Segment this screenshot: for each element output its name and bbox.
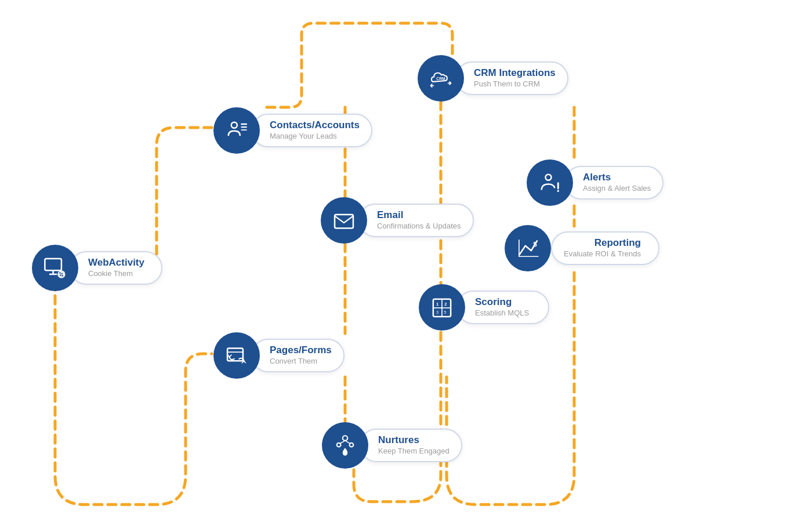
svg-text:$: $ [533,240,537,248]
svg-rect-16 [335,215,353,228]
scoring-label: Scoring Establish MQLS [456,291,549,324]
svg-point-31 [350,443,354,447]
svg-point-7 [61,275,63,277]
svg-text:CRM: CRM [436,77,445,81]
svg-text:1: 1 [436,302,438,307]
svg-point-29 [343,436,347,440]
pages-icon [213,332,260,379]
scoring-node: 1 2 3 5 Scoring Establish MQLS [419,284,549,331]
pages-label: Pages/Forms Convert Them [251,339,345,372]
nurtures-icon [322,422,368,469]
email-node: Email Confirmations & Updates [321,197,474,244]
alerts-node: Alerts Assign & Alert Sales [527,159,664,206]
reporting-icon: $ [505,225,551,271]
contacts-label: Contacts/Accounts Manage Your Leads [251,114,372,147]
svg-rect-0 [45,259,61,270]
svg-point-6 [60,274,61,276]
monitor-icon [32,245,78,291]
contacts-node: Contacts/Accounts Manage Your Leads [213,107,372,154]
reporting-label: Reporting Evaluate ROI & Trends [551,231,659,264]
diagram-container: .dashed-path { fill: none; stroke: #f5a6… [0,0,812,526]
nurtures-node: Nurtures Keep Them Engaged [322,422,462,469]
svg-point-5 [61,273,63,275]
alerts-label: Alerts Assign & Alert Sales [564,166,664,199]
webactivity-node: WebActivity Cookie Them [32,245,162,291]
crm-icon: CRM [418,55,464,101]
svg-text:3: 3 [436,310,438,315]
email-icon [321,197,367,244]
scoring-icon: 1 2 3 5 [419,284,465,331]
email-label: Email Confirmations & Updates [358,204,474,237]
svg-text:5: 5 [444,310,446,315]
svg-point-8 [231,122,237,128]
crm-node: CRM CRM Integrations Push Them to CRM [418,55,568,101]
svg-point-15 [557,190,559,192]
webactivity-label: WebActivity Cookie Them [70,251,162,284]
svg-line-33 [345,441,350,444]
alerts-icon [527,159,573,206]
svg-point-30 [337,443,341,447]
pages-node: Pages/Forms Convert Them [213,332,345,379]
svg-text:2: 2 [444,302,447,307]
svg-point-4 [59,272,61,274]
svg-line-32 [340,441,345,444]
nurtures-label: Nurtures Keep Them Engaged [360,429,462,462]
crm-label: CRM Integrations Push Them to CRM [455,61,568,95]
contacts-icon [213,107,260,154]
reporting-node: Reporting Evaluate ROI & Trends $ [505,225,651,271]
svg-point-13 [545,175,551,180]
